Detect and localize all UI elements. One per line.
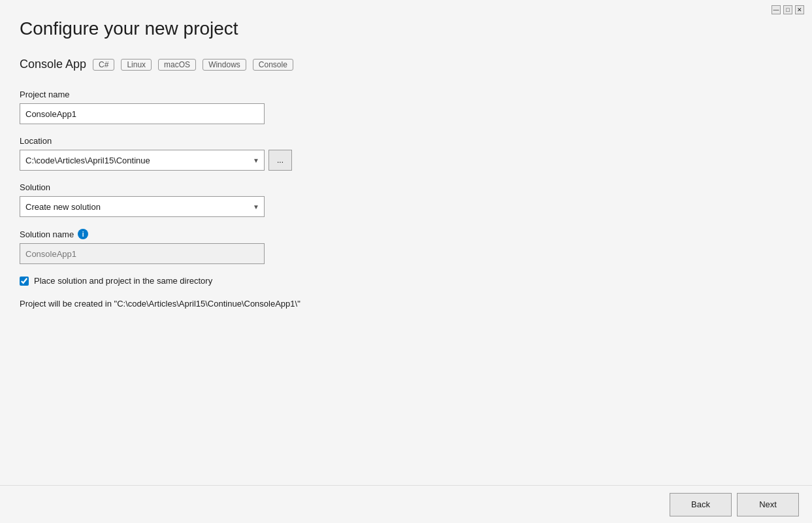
solution-select[interactable]: Create new solution Add to existing solu… <box>20 196 265 217</box>
template-name: Console App <box>20 58 86 71</box>
info-icon[interactable]: i <box>78 229 88 239</box>
tag-csharp: C# <box>93 59 114 71</box>
main-container: — □ ✕ Configure your new project Console… <box>0 0 812 523</box>
location-select-wrapper: ▼ <box>20 150 265 171</box>
project-name-group: Project name <box>20 90 792 124</box>
project-name-label: Project name <box>20 90 792 99</box>
location-input[interactable] <box>20 150 265 171</box>
window-maximize[interactable]: □ <box>783 5 792 14</box>
location-group: Location ▼ ... <box>20 136 792 171</box>
window-close[interactable]: ✕ <box>795 5 804 14</box>
solution-name-group: Solution name i <box>20 229 792 264</box>
browse-button[interactable]: ... <box>268 150 292 171</box>
checkbox-label[interactable]: Place solution and project in the same d… <box>34 276 212 286</box>
solution-group: Solution Create new solution Add to exis… <box>20 182 792 217</box>
next-button[interactable]: Next <box>737 493 799 516</box>
tag-macos: macOS <box>158 59 196 71</box>
location-label: Location <box>20 136 792 146</box>
location-row: ▼ ... <box>20 150 792 171</box>
project-name-input[interactable] <box>20 103 265 124</box>
tag-linux: Linux <box>121 59 152 71</box>
solution-select-wrapper: Create new solution Add to existing solu… <box>20 196 265 217</box>
bottom-bar: Back Next <box>0 485 812 523</box>
solution-name-label: Solution name i <box>20 229 792 239</box>
project-path-info: Project will be created in "C:\code\Arti… <box>20 299 792 309</box>
solution-name-input[interactable] <box>20 243 265 264</box>
same-directory-checkbox[interactable] <box>20 277 29 286</box>
back-button[interactable]: Back <box>670 493 732 516</box>
window-minimize[interactable]: — <box>771 5 781 14</box>
tag-windows: Windows <box>203 59 246 71</box>
window-controls-area: — □ ✕ <box>771 5 804 14</box>
page-title: Configure your new project <box>20 18 792 39</box>
solution-label: Solution <box>20 182 792 192</box>
checkbox-row: Place solution and project in the same d… <box>20 276 792 286</box>
tag-console: Console <box>253 59 293 71</box>
template-info-row: Console App C# Linux macOS Windows Conso… <box>20 58 792 71</box>
